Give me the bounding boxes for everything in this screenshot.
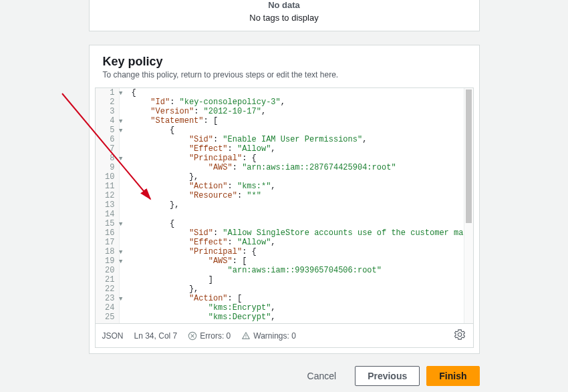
code-line[interactable]: "kms:Decrypt", <box>132 313 464 322</box>
code-line[interactable]: "Version": "2012-10-17", <box>132 107 464 116</box>
line-number: 11 <box>102 182 115 191</box>
code-editor[interactable]: 1▼234▼5▼678▼9101112131415▼161718▼19▼2021… <box>95 87 474 348</box>
code-line[interactable]: }, <box>132 284 464 294</box>
line-number: 19▼ <box>102 256 115 266</box>
line-number: 23▼ <box>102 294 115 303</box>
line-number: 8▼ <box>102 154 115 163</box>
line-number: 16 <box>102 228 115 238</box>
finish-button[interactable]: Finish <box>426 366 479 386</box>
fold-icon[interactable]: ▼ <box>119 295 122 304</box>
status-warnings: Warnings: 0 <box>241 331 296 341</box>
editor-scrollbar[interactable] <box>464 88 473 323</box>
line-number: 7 <box>102 144 115 154</box>
code-line[interactable]: "Statement": [ <box>132 116 464 126</box>
line-number: 17 <box>102 238 115 247</box>
line-number: 20 <box>102 266 115 275</box>
editor-gutter: 1▼234▼5▼678▼9101112131415▼161718▼19▼2021… <box>96 88 120 323</box>
code-line[interactable]: { <box>132 219 464 228</box>
code-line[interactable] <box>132 210 464 219</box>
status-cursor: Ln 34, Col 7 <box>134 331 178 341</box>
code-line[interactable]: "AWS": [ <box>132 256 464 266</box>
line-number: 12 <box>102 191 115 200</box>
fold-icon[interactable]: ▼ <box>119 154 122 164</box>
key-policy-description: To change this policy, return to previou… <box>103 70 466 79</box>
panel-header: Key policy To change this policy, return… <box>90 45 479 87</box>
fold-icon[interactable]: ▼ <box>119 257 122 266</box>
code-line[interactable]: { <box>132 126 464 135</box>
line-number: 13 <box>102 200 115 210</box>
editor-settings-button[interactable] <box>453 328 466 343</box>
line-number: 6 <box>102 135 115 144</box>
line-number: 3 <box>102 107 115 116</box>
code-line[interactable]: "Sid": "Allow SingleStore accounts use o… <box>132 228 464 238</box>
no-data-title: No data <box>90 0 479 10</box>
editor-status-bar: JSON Ln 34, Col 7 Errors: 0 Warnings: 0 <box>96 323 473 347</box>
previous-button[interactable]: Previous <box>355 366 420 386</box>
line-number: 5▼ <box>102 126 115 135</box>
editor-code-area[interactable]: { "Id": "key-consolepolicy-3", "Version"… <box>120 88 464 323</box>
code-line[interactable]: "Effect": "Allow", <box>132 144 464 154</box>
no-data-panel: No data No tags to display <box>89 0 480 31</box>
line-number: 24 <box>102 303 115 313</box>
no-data-subtitle: No tags to display <box>90 13 479 23</box>
cancel-button[interactable]: Cancel <box>295 367 349 385</box>
line-number: 1▼ <box>102 88 115 97</box>
code-line[interactable]: "Sid": "Enable IAM User Permissions", <box>132 135 464 144</box>
line-number: 15▼ <box>102 219 115 228</box>
status-lang: JSON <box>102 331 124 341</box>
line-number: 10 <box>102 172 115 182</box>
code-line[interactable]: "Action": "kms:*", <box>132 182 464 191</box>
line-number: 22 <box>102 284 115 294</box>
status-errors: Errors: 0 <box>188 331 231 341</box>
line-number: 14 <box>102 210 115 219</box>
line-number: 4▼ <box>102 116 115 126</box>
fold-icon[interactable]: ▼ <box>119 220 122 229</box>
code-line[interactable]: ] <box>132 275 464 284</box>
fold-icon[interactable]: ▼ <box>119 117 122 126</box>
wizard-footer: Cancel Previous Finish <box>89 366 480 386</box>
fold-icon[interactable]: ▼ <box>119 126 122 136</box>
code-line[interactable]: }, <box>132 172 464 182</box>
code-line[interactable]: "Principal": { <box>132 247 464 256</box>
code-line[interactable]: "AWS": "arn:aws:iam::287674425904:root" <box>132 163 464 172</box>
gear-icon <box>454 329 465 340</box>
line-number: 21 <box>102 275 115 284</box>
code-line[interactable]: "arn:aws:iam::993965704506:root" <box>132 266 464 275</box>
line-number: 18▼ <box>102 247 115 256</box>
line-number: 2 <box>102 97 115 107</box>
scrollbar-thumb[interactable] <box>466 89 472 223</box>
key-policy-title: Key policy <box>103 55 466 69</box>
code-line[interactable]: "Action": [ <box>132 294 464 303</box>
fold-icon[interactable]: ▼ <box>119 89 122 98</box>
code-line[interactable]: "kms:Encrypt", <box>132 303 464 313</box>
code-line[interactable]: "Id": "key-consolepolicy-3", <box>132 97 464 107</box>
error-icon <box>188 331 197 341</box>
key-policy-panel: Key policy To change this policy, return… <box>89 45 480 354</box>
svg-point-5 <box>246 337 247 338</box>
code-line[interactable]: "Principal": { <box>132 154 464 163</box>
code-line[interactable]: }, <box>132 200 464 210</box>
line-number: 9 <box>102 163 115 172</box>
code-line[interactable]: "Effect": "Allow", <box>132 238 464 247</box>
fold-icon[interactable]: ▼ <box>119 248 122 257</box>
warning-icon <box>241 331 251 341</box>
line-number: 25 <box>102 313 115 322</box>
code-line[interactable]: { <box>132 88 464 97</box>
code-line[interactable]: "Resource": "*" <box>132 191 464 200</box>
